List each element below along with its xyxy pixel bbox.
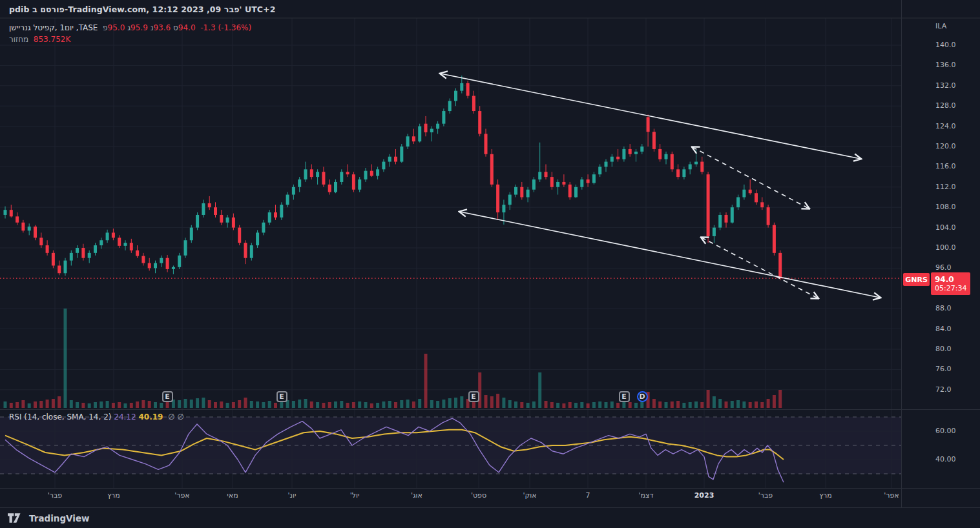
legend-segment <box>196 23 201 32</box>
price-axis-label: 120.0 <box>935 142 956 150</box>
volume-bar <box>220 401 223 408</box>
volume-bar <box>388 401 391 408</box>
volume-legend[interactable]: מחזור 853.752K <box>9 35 70 44</box>
rsi-legend-segment: RSI (14, close, SMA, 14, 2) <box>9 412 114 421</box>
volume-bar <box>394 402 397 408</box>
candle-body <box>556 182 559 187</box>
volume-bar <box>406 400 410 408</box>
candle-body <box>694 162 698 165</box>
candle-body <box>460 83 463 91</box>
legend-segment: 93.6 <box>153 23 171 32</box>
volume-bar <box>141 400 145 408</box>
legend-segment: גנריישן <box>9 23 31 32</box>
volume-bar <box>340 401 343 408</box>
volume-bar <box>112 403 115 408</box>
earnings-badge[interactable]: E <box>619 391 630 402</box>
candle-body <box>707 174 710 236</box>
candle-body <box>16 216 19 222</box>
volume-bar <box>616 403 620 408</box>
volume-bar <box>99 401 103 408</box>
candle-body <box>652 132 656 149</box>
volume-bar <box>166 401 169 408</box>
volume-bar <box>736 400 740 408</box>
candle-body <box>382 162 385 170</box>
volume-bar <box>370 403 373 408</box>
candle-body <box>562 182 565 185</box>
legend-segment: , <box>74 23 79 32</box>
chart-canvas[interactable] <box>0 0 980 528</box>
tradingview-brand-text[interactable]: TradingView <box>29 513 90 523</box>
price-axis-label: 72.0 <box>935 385 952 394</box>
candle-body <box>418 127 421 142</box>
earnings-badge[interactable]: E <box>162 391 173 402</box>
candle-body <box>136 250 139 256</box>
candle-body <box>256 232 259 245</box>
volume-bar <box>160 403 163 408</box>
volume-bar <box>124 403 127 408</box>
time-axis-label: יונ' <box>288 491 297 500</box>
candle-body <box>358 179 361 190</box>
candle-body <box>160 258 163 263</box>
time-axis-label: אוג' <box>411 491 422 500</box>
last-price-label[interactable]: 94.0 05:27:34 <box>931 272 970 295</box>
volume-bar <box>28 403 31 408</box>
candle-body <box>430 129 433 132</box>
volume-bar <box>106 401 109 408</box>
rsi-axis-label: 60.00 <box>935 427 956 435</box>
attribution-segment: pdib <box>9 5 32 14</box>
dashed-trend-arrow <box>693 147 809 208</box>
volume-bar <box>244 398 247 408</box>
trend-lines[interactable] <box>441 74 880 298</box>
candle-body <box>448 101 452 111</box>
candle-body <box>472 96 475 112</box>
volume-bar <box>742 401 745 408</box>
candle-body <box>39 238 43 245</box>
volume-bar <box>689 402 692 408</box>
time-axis-label: 2023 <box>694 491 714 500</box>
candle-body <box>76 248 79 253</box>
volume-bar <box>34 401 37 408</box>
time-axis-label: אפר' <box>174 491 189 500</box>
tradingview-logo-icon[interactable] <box>8 513 25 523</box>
time-axis-label: מאי <box>227 491 238 500</box>
volume-bar <box>562 403 565 408</box>
symbol-legend[interactable]: גנריישן קפיטל, 1יום ,TASE פ95.0 ג95.9 נ9… <box>9 23 251 32</box>
rsi-indicator-legend[interactable]: RSI (14, close, SMA, 14, 2) 24.12 40.19 … <box>9 412 184 421</box>
volume-bar <box>718 399 722 408</box>
candle-body <box>340 172 343 182</box>
candle-body <box>334 182 337 192</box>
candle-body <box>21 223 25 231</box>
volume-bar <box>665 402 668 408</box>
earnings-badge[interactable]: E <box>276 391 287 402</box>
candle-body <box>250 245 253 258</box>
candle-body <box>773 225 776 253</box>
volume-bar <box>760 402 764 408</box>
volume-bar <box>538 372 541 408</box>
volume-bar <box>496 394 499 408</box>
ticker-price-flag[interactable]: GNRS <box>903 273 930 286</box>
candle-body <box>532 179 536 190</box>
volume-bar <box>502 398 505 408</box>
volume-bar <box>268 401 271 408</box>
volume-bar <box>676 401 680 408</box>
candle-body <box>767 207 770 225</box>
candle-body <box>508 195 512 205</box>
price-axis-label: 104.0 <box>935 223 956 232</box>
candle-body <box>280 205 283 218</box>
dividend-badge[interactable]: D <box>637 391 648 402</box>
time-axis-label: מרץ <box>819 491 832 500</box>
volume-bar <box>773 395 776 408</box>
volume-bar <box>454 398 457 408</box>
volume-bar <box>580 402 583 408</box>
earnings-badge[interactable]: E <box>468 391 479 402</box>
candle-body <box>647 117 650 132</box>
candle-body <box>526 190 530 198</box>
candle-body <box>202 203 205 215</box>
candle-body <box>316 172 319 177</box>
candle-body <box>718 215 722 228</box>
price-axis-label: 136.0 <box>935 61 956 69</box>
volume-bar <box>778 390 782 408</box>
candle-body <box>94 245 97 253</box>
candle-body <box>682 169 685 177</box>
candle-body <box>742 190 745 198</box>
